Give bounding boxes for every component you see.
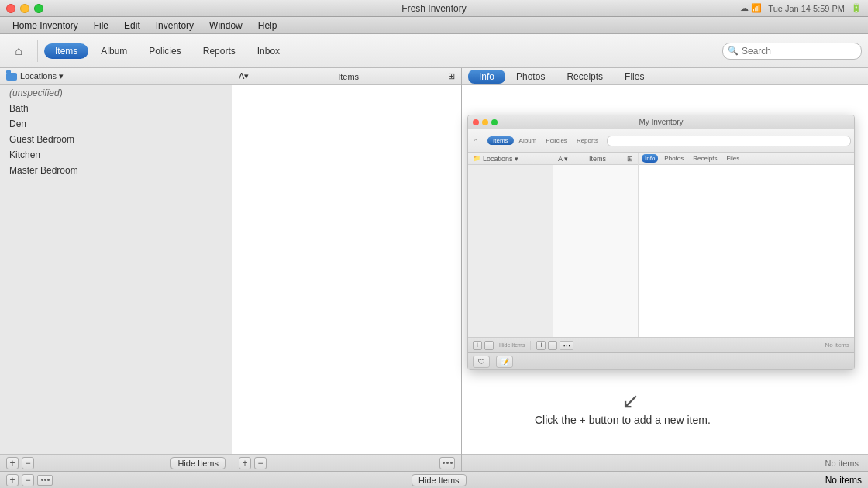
home-button[interactable]: ⌂: [6, 39, 31, 64]
close-button[interactable]: [6, 4, 16, 13]
edit-menu[interactable]: Edit: [118, 19, 146, 33]
locations-footer: + − Hide Items: [0, 454, 232, 471]
preview-add-item[interactable]: +: [536, 341, 546, 350]
minimize-button[interactable]: [20, 4, 29, 13]
preview-search: [607, 136, 851, 146]
statusbar-no-items: No items: [825, 475, 862, 486]
inventory-menu[interactable]: Inventory: [150, 19, 200, 33]
preview-files-tab[interactable]: Files: [723, 154, 742, 163]
preview-home-icon: ⌂: [471, 136, 480, 145]
search-input[interactable]: [722, 43, 862, 60]
locations-panel: Locations ▾ (unspecified) Bath Den Guest…: [0, 68, 232, 471]
preview-album-tab[interactable]: Album: [515, 136, 541, 146]
preview-dots[interactable]: ···: [560, 341, 574, 350]
toolbar-items-button[interactable]: Items: [44, 43, 88, 59]
preview-close: [473, 119, 479, 125]
preview-items-tab[interactable]: Items: [487, 136, 514, 145]
statusbar-hide-button[interactable]: Hide Items: [412, 474, 467, 486]
items-view-toggle[interactable]: ⊞: [448, 71, 455, 81]
preview-locations-list: [468, 165, 553, 337]
location-item[interactable]: (unspecified): [0, 85, 232, 101]
preview-info-tab[interactable]: Info: [642, 154, 658, 163]
preview-items-view: ⊞: [627, 155, 633, 163]
preview-window: My Inventory ⌂ Items Album Policies Repo…: [467, 115, 855, 370]
remove-location-button[interactable]: −: [22, 457, 34, 469]
preview-warranty-icon[interactable]: 🛡: [473, 356, 490, 368]
title-bar: Fresh Inventory ☁ 📶 Tue Jan 14 5:59 PM 🔋: [0, 0, 868, 17]
statusbar-add-button[interactable]: +: [6, 474, 19, 486]
preview-locations-label: Locations ▾: [483, 155, 518, 163]
preview-title: My Inventory: [639, 118, 683, 126]
items-header-center: Items: [338, 72, 359, 81]
window-title: Fresh Inventory: [401, 3, 466, 14]
items-footer: + −: [232, 454, 461, 471]
items-more-button[interactable]: [439, 457, 455, 469]
toolbar-inbox-button[interactable]: Inbox: [248, 43, 289, 60]
search-wrapper: 🔍: [722, 43, 862, 60]
preview-items-header: A ▾ Items ⊞: [553, 153, 638, 165]
menu-bar: Home Inventory File Edit Inventory Windo…: [0, 17, 868, 34]
items-panel: A▾ Items ⊞ + −: [232, 68, 462, 471]
toolbar-album-button[interactable]: Album: [91, 43, 136, 60]
tab-photos[interactable]: Photos: [505, 69, 556, 84]
items-content: [232, 85, 461, 454]
items-header-left: A▾: [239, 71, 249, 81]
hint-area: ↙ Click the + button to add a new item.: [535, 388, 711, 426]
preview-titlebar: My Inventory: [468, 115, 854, 129]
preview-traffic-lights: [473, 119, 498, 125]
help-menu[interactable]: Help: [252, 19, 284, 33]
hide-items-button[interactable]: Hide Items: [170, 457, 226, 469]
preview-remove-location[interactable]: −: [484, 341, 494, 350]
preview-add-location[interactable]: +: [473, 341, 482, 350]
hint-text: Click the + button to add a new item.: [535, 414, 711, 426]
preview-items-list: [553, 165, 638, 337]
preview-remove-item[interactable]: −: [548, 341, 557, 350]
tab-files[interactable]: Files: [614, 69, 655, 84]
folder-icon: [6, 73, 17, 81]
preview-separator: [484, 134, 484, 148]
window-menu[interactable]: Window: [203, 19, 249, 33]
remove-item-button[interactable]: −: [254, 457, 267, 469]
preview-items-col: A ▾ Items ⊞: [553, 153, 639, 337]
statusbar-remove-button[interactable]: −: [22, 474, 34, 486]
preview-detail-tabs: Info Photos Receipts Files: [639, 153, 854, 165]
maximize-button[interactable]: [34, 4, 43, 13]
location-item[interactable]: Den: [0, 116, 232, 132]
details-tabs: Info Photos Receipts Files: [462, 68, 868, 85]
preview-receipts-tab[interactable]: Receipts: [690, 154, 720, 163]
preview-no-items: No items: [825, 342, 849, 349]
items-header: A▾ Items ⊞: [232, 68, 461, 85]
preview-footer: + − Hide Items + − ··· No items: [468, 337, 854, 352]
locations-header-label: Locations ▾: [20, 71, 64, 81]
preview-policies-tab[interactable]: Policies: [542, 136, 571, 146]
sort-label[interactable]: A▾: [239, 71, 249, 81]
hint-arrow: ↙: [550, 388, 711, 414]
toolbar-reports-button[interactable]: Reports: [194, 43, 245, 60]
preview-details: Info Photos Receipts Files: [639, 153, 854, 337]
system-icons: ☁ 📶: [740, 3, 762, 13]
add-item-button[interactable]: +: [239, 457, 251, 469]
no-items-label: No items: [825, 459, 859, 468]
location-item[interactable]: Bath: [0, 101, 232, 116]
add-location-button[interactable]: +: [6, 457, 19, 469]
file-menu[interactable]: File: [88, 19, 115, 33]
preview-photos-tab[interactable]: Photos: [661, 154, 687, 163]
tab-receipts[interactable]: Receipts: [556, 69, 614, 84]
toolbar-separator: [37, 40, 38, 62]
preview-note-icon[interactable]: 📝: [496, 356, 513, 368]
locations-header[interactable]: Locations ▾: [0, 68, 232, 85]
preview-items-sort: A ▾: [558, 155, 568, 163]
preview-locations: 📁 Locations ▾: [468, 153, 553, 337]
location-item[interactable]: Kitchen: [0, 147, 232, 163]
preview-reports-tab[interactable]: Reports: [573, 136, 602, 146]
details-footer: No items: [462, 454, 868, 471]
app-menu[interactable]: Home Inventory: [6, 19, 84, 33]
statusbar-dots[interactable]: [37, 475, 53, 486]
locations-list: (unspecified) Bath Den Guest Bedroom Kit…: [0, 85, 232, 454]
preview-locations-header: 📁 Locations ▾: [468, 153, 553, 165]
traffic-lights[interactable]: [6, 4, 43, 13]
tab-info[interactable]: Info: [468, 70, 505, 84]
location-item[interactable]: Guest Bedroom: [0, 132, 232, 147]
toolbar-policies-button[interactable]: Policies: [140, 43, 190, 60]
location-item[interactable]: Master Bedroom: [0, 163, 232, 178]
